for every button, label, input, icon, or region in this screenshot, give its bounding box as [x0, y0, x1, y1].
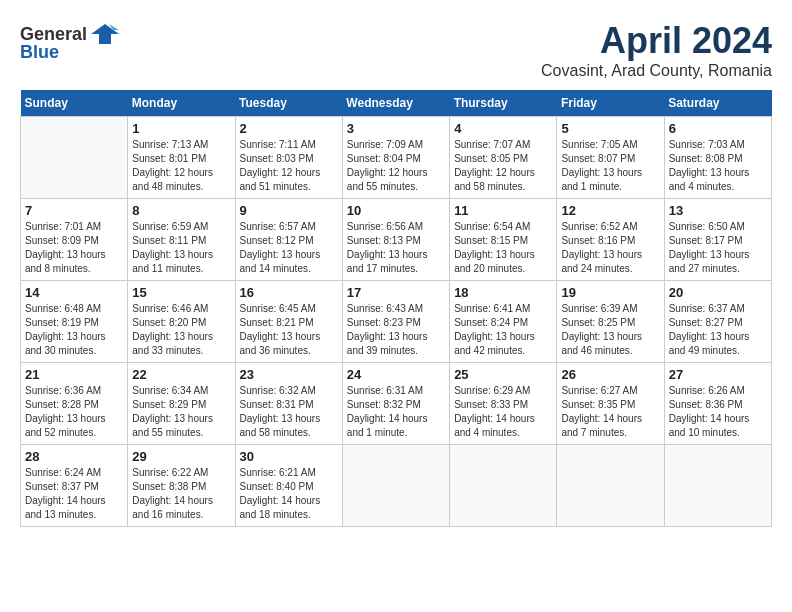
day-info: Sunrise: 6:39 AM Sunset: 8:25 PM Dayligh…	[561, 302, 659, 358]
day-info: Sunrise: 7:05 AM Sunset: 8:07 PM Dayligh…	[561, 138, 659, 194]
calendar-cell: 27Sunrise: 6:26 AM Sunset: 8:36 PM Dayli…	[664, 363, 771, 445]
day-number: 28	[25, 449, 123, 464]
calendar-cell: 20Sunrise: 6:37 AM Sunset: 8:27 PM Dayli…	[664, 281, 771, 363]
weekday-header-wednesday: Wednesday	[342, 90, 449, 117]
day-number: 19	[561, 285, 659, 300]
day-info: Sunrise: 6:59 AM Sunset: 8:11 PM Dayligh…	[132, 220, 230, 276]
day-number: 24	[347, 367, 445, 382]
svg-marker-0	[91, 24, 119, 44]
calendar-cell: 15Sunrise: 6:46 AM Sunset: 8:20 PM Dayli…	[128, 281, 235, 363]
day-number: 1	[132, 121, 230, 136]
calendar-week-row: 28Sunrise: 6:24 AM Sunset: 8:37 PM Dayli…	[21, 445, 772, 527]
day-number: 13	[669, 203, 767, 218]
calendar-cell: 22Sunrise: 6:34 AM Sunset: 8:29 PM Dayli…	[128, 363, 235, 445]
day-info: Sunrise: 6:36 AM Sunset: 8:28 PM Dayligh…	[25, 384, 123, 440]
calendar-week-row: 7Sunrise: 7:01 AM Sunset: 8:09 PM Daylig…	[21, 199, 772, 281]
calendar-cell: 4Sunrise: 7:07 AM Sunset: 8:05 PM Daylig…	[450, 117, 557, 199]
day-info: Sunrise: 6:56 AM Sunset: 8:13 PM Dayligh…	[347, 220, 445, 276]
weekday-header-tuesday: Tuesday	[235, 90, 342, 117]
day-info: Sunrise: 6:43 AM Sunset: 8:23 PM Dayligh…	[347, 302, 445, 358]
weekday-header-friday: Friday	[557, 90, 664, 117]
calendar-cell: 14Sunrise: 6:48 AM Sunset: 8:19 PM Dayli…	[21, 281, 128, 363]
day-number: 25	[454, 367, 552, 382]
day-info: Sunrise: 6:50 AM Sunset: 8:17 PM Dayligh…	[669, 220, 767, 276]
day-info: Sunrise: 6:48 AM Sunset: 8:19 PM Dayligh…	[25, 302, 123, 358]
day-number: 29	[132, 449, 230, 464]
calendar-cell: 30Sunrise: 6:21 AM Sunset: 8:40 PM Dayli…	[235, 445, 342, 527]
weekday-header-saturday: Saturday	[664, 90, 771, 117]
calendar-cell: 25Sunrise: 6:29 AM Sunset: 8:33 PM Dayli…	[450, 363, 557, 445]
day-number: 17	[347, 285, 445, 300]
title-area: April 2024 Covasint, Arad County, Romani…	[541, 20, 772, 80]
calendar-cell: 28Sunrise: 6:24 AM Sunset: 8:37 PM Dayli…	[21, 445, 128, 527]
month-title: April 2024	[541, 20, 772, 62]
calendar-cell: 8Sunrise: 6:59 AM Sunset: 8:11 PM Daylig…	[128, 199, 235, 281]
calendar-cell: 5Sunrise: 7:05 AM Sunset: 8:07 PM Daylig…	[557, 117, 664, 199]
day-number: 5	[561, 121, 659, 136]
day-number: 9	[240, 203, 338, 218]
day-number: 26	[561, 367, 659, 382]
day-info: Sunrise: 6:37 AM Sunset: 8:27 PM Dayligh…	[669, 302, 767, 358]
calendar-cell: 9Sunrise: 6:57 AM Sunset: 8:12 PM Daylig…	[235, 199, 342, 281]
day-info: Sunrise: 6:26 AM Sunset: 8:36 PM Dayligh…	[669, 384, 767, 440]
calendar-cell: 12Sunrise: 6:52 AM Sunset: 8:16 PM Dayli…	[557, 199, 664, 281]
day-info: Sunrise: 7:03 AM Sunset: 8:08 PM Dayligh…	[669, 138, 767, 194]
day-number: 30	[240, 449, 338, 464]
day-info: Sunrise: 6:57 AM Sunset: 8:12 PM Dayligh…	[240, 220, 338, 276]
day-number: 3	[347, 121, 445, 136]
day-info: Sunrise: 6:22 AM Sunset: 8:38 PM Dayligh…	[132, 466, 230, 522]
calendar-table: SundayMondayTuesdayWednesdayThursdayFrid…	[20, 90, 772, 527]
day-info: Sunrise: 6:54 AM Sunset: 8:15 PM Dayligh…	[454, 220, 552, 276]
calendar-cell: 16Sunrise: 6:45 AM Sunset: 8:21 PM Dayli…	[235, 281, 342, 363]
day-info: Sunrise: 6:31 AM Sunset: 8:32 PM Dayligh…	[347, 384, 445, 440]
weekday-header-sunday: Sunday	[21, 90, 128, 117]
calendar-cell	[21, 117, 128, 199]
day-info: Sunrise: 7:01 AM Sunset: 8:09 PM Dayligh…	[25, 220, 123, 276]
day-number: 23	[240, 367, 338, 382]
day-number: 14	[25, 285, 123, 300]
day-info: Sunrise: 6:52 AM Sunset: 8:16 PM Dayligh…	[561, 220, 659, 276]
day-number: 4	[454, 121, 552, 136]
day-info: Sunrise: 6:29 AM Sunset: 8:33 PM Dayligh…	[454, 384, 552, 440]
calendar-cell: 10Sunrise: 6:56 AM Sunset: 8:13 PM Dayli…	[342, 199, 449, 281]
calendar-cell: 24Sunrise: 6:31 AM Sunset: 8:32 PM Dayli…	[342, 363, 449, 445]
day-number: 8	[132, 203, 230, 218]
weekday-header-row: SundayMondayTuesdayWednesdayThursdayFrid…	[21, 90, 772, 117]
day-number: 21	[25, 367, 123, 382]
calendar-cell: 29Sunrise: 6:22 AM Sunset: 8:38 PM Dayli…	[128, 445, 235, 527]
logo-blue-text: Blue	[20, 42, 59, 63]
day-number: 6	[669, 121, 767, 136]
location-title: Covasint, Arad County, Romania	[541, 62, 772, 80]
logo-bird-icon	[91, 20, 119, 48]
calendar-cell: 6Sunrise: 7:03 AM Sunset: 8:08 PM Daylig…	[664, 117, 771, 199]
day-info: Sunrise: 6:46 AM Sunset: 8:20 PM Dayligh…	[132, 302, 230, 358]
day-info: Sunrise: 7:13 AM Sunset: 8:01 PM Dayligh…	[132, 138, 230, 194]
day-info: Sunrise: 7:07 AM Sunset: 8:05 PM Dayligh…	[454, 138, 552, 194]
calendar-cell	[664, 445, 771, 527]
calendar-cell: 13Sunrise: 6:50 AM Sunset: 8:17 PM Dayli…	[664, 199, 771, 281]
day-number: 12	[561, 203, 659, 218]
day-number: 27	[669, 367, 767, 382]
calendar-cell: 1Sunrise: 7:13 AM Sunset: 8:01 PM Daylig…	[128, 117, 235, 199]
calendar-cell: 11Sunrise: 6:54 AM Sunset: 8:15 PM Dayli…	[450, 199, 557, 281]
calendar-cell	[450, 445, 557, 527]
day-number: 11	[454, 203, 552, 218]
day-number: 10	[347, 203, 445, 218]
header: General Blue April 2024 Covasint, Arad C…	[20, 20, 772, 80]
day-info: Sunrise: 6:45 AM Sunset: 8:21 PM Dayligh…	[240, 302, 338, 358]
day-number: 20	[669, 285, 767, 300]
calendar-cell: 21Sunrise: 6:36 AM Sunset: 8:28 PM Dayli…	[21, 363, 128, 445]
calendar-cell: 26Sunrise: 6:27 AM Sunset: 8:35 PM Dayli…	[557, 363, 664, 445]
day-info: Sunrise: 6:21 AM Sunset: 8:40 PM Dayligh…	[240, 466, 338, 522]
calendar-week-row: 1Sunrise: 7:13 AM Sunset: 8:01 PM Daylig…	[21, 117, 772, 199]
calendar-week-row: 14Sunrise: 6:48 AM Sunset: 8:19 PM Dayli…	[21, 281, 772, 363]
day-number: 15	[132, 285, 230, 300]
day-info: Sunrise: 7:11 AM Sunset: 8:03 PM Dayligh…	[240, 138, 338, 194]
calendar-cell: 19Sunrise: 6:39 AM Sunset: 8:25 PM Dayli…	[557, 281, 664, 363]
day-number: 18	[454, 285, 552, 300]
calendar-cell: 2Sunrise: 7:11 AM Sunset: 8:03 PM Daylig…	[235, 117, 342, 199]
day-number: 22	[132, 367, 230, 382]
day-number: 16	[240, 285, 338, 300]
calendar-cell: 18Sunrise: 6:41 AM Sunset: 8:24 PM Dayli…	[450, 281, 557, 363]
calendar-cell: 7Sunrise: 7:01 AM Sunset: 8:09 PM Daylig…	[21, 199, 128, 281]
